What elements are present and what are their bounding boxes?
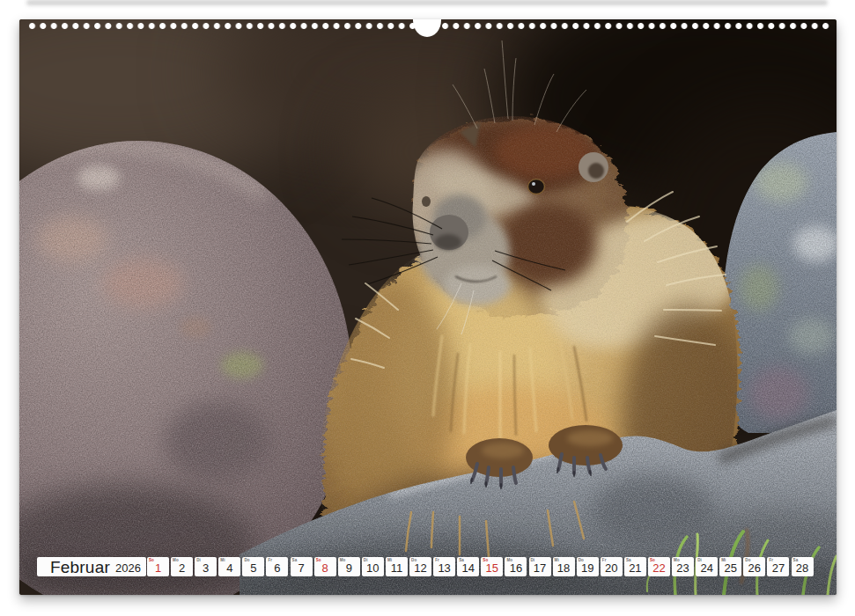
day-number: 14 [461,561,474,576]
day-cell: Sa14 [457,557,479,576]
day-cell: Fr20 [601,557,623,576]
day-number: 22 [652,561,665,576]
month-box: Februar 2026 [37,557,146,576]
date-strip: Februar 2026 So1Mo2Di3Mi4Do5Fr6Sa7So8Mo9… [19,557,837,576]
day-cell: Fr13 [433,557,455,576]
day-cell: Do26 [743,557,765,576]
day-number: 27 [772,561,785,576]
weekday-label: Do [244,558,249,562]
day-number: 20 [605,561,617,576]
marmot-ear [579,152,608,182]
day-cell: Mi18 [553,557,575,576]
day-number: 21 [629,561,641,576]
day-cell: Mo23 [672,557,694,576]
day-cell: Di3 [195,557,217,576]
day-cell: Mo16 [505,557,527,576]
calendar-product-image: Februar 2026 So1Mo2Di3Mi4Do5Fr6Sa7So8Mo9… [0,0,855,616]
day-cell: Do12 [409,557,431,576]
day-number: 8 [322,561,328,576]
day-cell: Sa7 [291,557,313,576]
day-cell: Fr6 [266,557,288,576]
weekday-label: Do [745,558,750,562]
weekday-label: Mi [220,558,225,562]
year-label: 2026 [115,559,141,575]
day-cell: Di10 [362,557,384,576]
day-number: 26 [748,561,761,576]
day-cell: Di24 [696,557,718,576]
weekday-label: Do [579,558,584,562]
weekday-label: Mi [555,558,559,562]
day-number: 18 [557,561,570,576]
day-cell: Mi25 [719,557,741,576]
marmot-photo [19,19,837,595]
weekday-label: Fr [769,558,773,562]
day-number: 24 [700,561,712,576]
day-cell: So22 [648,557,670,576]
weekday-label: Mo [340,558,346,562]
day-number: 28 [796,561,808,576]
day-number: 17 [534,561,546,576]
weekday-label: Di [196,558,201,562]
day-cell: Mi11 [386,557,408,576]
day-cell: So8 [314,557,336,576]
day-cell: So15 [481,557,503,576]
month-label: Februar [50,558,110,576]
day-number: 3 [203,561,209,576]
day-cells: So1Mo2Di3Mi4Do5Fr6Sa7So8Mo9Di10Mi11Do12F… [147,557,814,576]
weekday-label: Mo [173,558,179,562]
day-number: 25 [725,561,737,576]
day-number: 19 [581,561,593,576]
weekday-label: Di [364,558,368,562]
day-cell: Mo2 [171,557,193,576]
marmot-eye [528,180,545,194]
weekday-label: Fr [602,558,607,562]
day-number: 1 [155,561,161,576]
weekday-label: Sa [793,558,799,562]
weekday-label: Fr [435,558,439,562]
day-number: 5 [250,561,256,576]
weekday-label: Sa [292,558,298,562]
weekday-label: Mi [721,558,726,562]
weekday-label: So [149,558,154,562]
day-number: 6 [274,561,280,576]
day-number: 12 [414,561,426,576]
day-number: 15 [486,561,498,576]
day-cell: Do5 [242,557,264,576]
day-number: 11 [391,561,403,576]
weekday-label: So [316,558,321,562]
day-number: 23 [676,561,689,576]
weekday-label: Do [411,558,416,562]
day-number: 10 [366,561,379,576]
day-number: 13 [438,561,450,576]
weekday-label: Di [697,558,702,562]
weekday-label: Mo [674,558,680,562]
weekday-label: Di [531,558,535,562]
weekday-label: Sa [626,558,631,562]
weekday-label: Fr [268,558,272,562]
day-number: 9 [346,561,352,576]
day-number: 7 [298,561,304,576]
day-cell: Mo9 [338,557,360,576]
day-number: 4 [226,561,232,576]
day-cell: Di17 [529,557,551,576]
day-number: 2 [179,561,185,576]
calendar-page: Februar 2026 So1Mo2Di3Mi4Do5Fr6Sa7So8Mo9… [19,19,837,595]
weekday-label: So [650,558,655,562]
weekday-label: Sa [459,558,464,562]
day-cell: Do19 [577,557,599,576]
day-number: 16 [510,561,522,576]
wire-binding-strip [26,0,828,5]
day-cell: So1 [147,557,169,576]
day-cell: Fr27 [767,557,789,576]
weekday-label: So [483,558,488,562]
weekday-label: Mo [506,558,512,562]
day-cell: Sa28 [792,557,814,576]
weekday-label: Mi [387,558,392,562]
day-cell: Mi4 [218,557,240,576]
day-cell: Sa21 [624,557,646,576]
